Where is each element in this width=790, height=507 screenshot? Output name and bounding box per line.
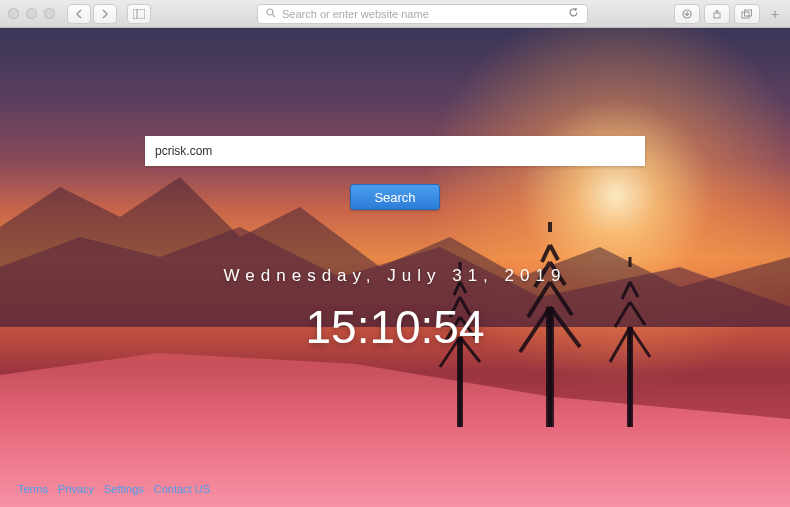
search-button[interactable]: Search xyxy=(350,184,440,210)
maximize-window-button[interactable] xyxy=(44,8,55,19)
back-button[interactable] xyxy=(67,4,91,24)
address-bar[interactable]: Search or enter website name xyxy=(257,4,588,24)
svg-rect-12 xyxy=(627,327,633,427)
page-content: Search Wednesday, July 31, 2019 15:10:54… xyxy=(0,28,790,507)
svg-rect-0 xyxy=(133,9,145,19)
toolbar-right-buttons xyxy=(674,4,760,24)
share-button[interactable] xyxy=(704,4,730,24)
downloads-button[interactable] xyxy=(674,4,700,24)
svg-point-2 xyxy=(267,9,273,15)
reload-icon[interactable] xyxy=(568,7,579,20)
time-display: 15:10:54 xyxy=(305,300,484,354)
new-tab-button[interactable]: + xyxy=(768,7,782,21)
search-container: Search xyxy=(145,136,645,210)
footer-link-privacy[interactable]: Privacy xyxy=(58,483,94,495)
minimize-window-button[interactable] xyxy=(26,8,37,19)
search-input[interactable] xyxy=(145,136,645,166)
sidebar-toggle-button[interactable] xyxy=(127,4,151,24)
close-window-button[interactable] xyxy=(8,8,19,19)
svg-line-3 xyxy=(273,14,276,17)
svg-rect-9 xyxy=(745,10,752,16)
footer-link-terms[interactable]: Terms xyxy=(18,483,48,495)
footer-links: Terms Privacy Settings Contact US xyxy=(18,483,210,495)
browser-toolbar: Search or enter website name + xyxy=(0,0,790,28)
forward-button[interactable] xyxy=(93,4,117,24)
window-controls xyxy=(8,8,55,19)
svg-rect-11 xyxy=(546,307,554,427)
search-icon xyxy=(266,8,276,20)
tabs-button[interactable] xyxy=(734,4,760,24)
footer-link-settings[interactable]: Settings xyxy=(104,483,144,495)
svg-rect-8 xyxy=(742,12,749,18)
navigation-buttons xyxy=(67,4,117,24)
footer-link-contact[interactable]: Contact US xyxy=(154,483,210,495)
address-placeholder: Search or enter website name xyxy=(282,8,429,20)
date-display: Wednesday, July 31, 2019 xyxy=(224,266,567,286)
